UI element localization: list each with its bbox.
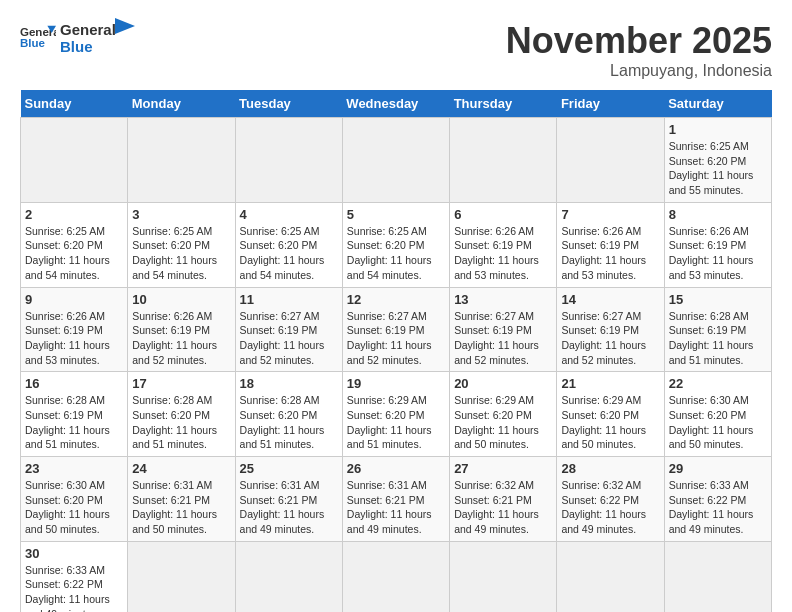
day-detail: Sunrise: 6:30 AM Sunset: 6:20 PM Dayligh… xyxy=(25,478,123,537)
calendar-cell: 24Sunrise: 6:31 AM Sunset: 6:21 PM Dayli… xyxy=(128,457,235,542)
day-detail: Sunrise: 6:26 AM Sunset: 6:19 PM Dayligh… xyxy=(454,224,552,283)
calendar-table: SundayMondayTuesdayWednesdayThursdayFrid… xyxy=(20,90,772,612)
day-number: 4 xyxy=(240,207,338,222)
calendar-cell: 26Sunrise: 6:31 AM Sunset: 6:21 PM Dayli… xyxy=(342,457,449,542)
day-number: 19 xyxy=(347,376,445,391)
calendar-cell xyxy=(450,541,557,612)
day-number: 12 xyxy=(347,292,445,307)
day-detail: Sunrise: 6:26 AM Sunset: 6:19 PM Dayligh… xyxy=(561,224,659,283)
page-header: General Blue General Blue November 2025 … xyxy=(20,20,772,80)
day-number: 11 xyxy=(240,292,338,307)
calendar-cell: 20Sunrise: 6:29 AM Sunset: 6:20 PM Dayli… xyxy=(450,372,557,457)
day-detail: Sunrise: 6:31 AM Sunset: 6:21 PM Dayligh… xyxy=(240,478,338,537)
calendar-cell xyxy=(128,541,235,612)
calendar-cell: 7Sunrise: 6:26 AM Sunset: 6:19 PM Daylig… xyxy=(557,202,664,287)
calendar-cell xyxy=(235,541,342,612)
svg-text:Blue: Blue xyxy=(20,37,46,49)
day-detail: Sunrise: 6:28 AM Sunset: 6:19 PM Dayligh… xyxy=(669,309,767,368)
day-detail: Sunrise: 6:29 AM Sunset: 6:20 PM Dayligh… xyxy=(347,393,445,452)
day-header-saturday: Saturday xyxy=(664,90,771,118)
day-detail: Sunrise: 6:33 AM Sunset: 6:22 PM Dayligh… xyxy=(669,478,767,537)
day-number: 7 xyxy=(561,207,659,222)
calendar-cell: 13Sunrise: 6:27 AM Sunset: 6:19 PM Dayli… xyxy=(450,287,557,372)
day-detail: Sunrise: 6:29 AM Sunset: 6:20 PM Dayligh… xyxy=(454,393,552,452)
day-detail: Sunrise: 6:30 AM Sunset: 6:20 PM Dayligh… xyxy=(669,393,767,452)
calendar-cell: 25Sunrise: 6:31 AM Sunset: 6:21 PM Dayli… xyxy=(235,457,342,542)
day-header-sunday: Sunday xyxy=(21,90,128,118)
logo-flag-icon xyxy=(115,18,139,48)
calendar-cell: 6Sunrise: 6:26 AM Sunset: 6:19 PM Daylig… xyxy=(450,202,557,287)
calendar-cell xyxy=(557,118,664,203)
day-detail: Sunrise: 6:28 AM Sunset: 6:19 PM Dayligh… xyxy=(25,393,123,452)
calendar-week-row: 16Sunrise: 6:28 AM Sunset: 6:19 PM Dayli… xyxy=(21,372,772,457)
day-detail: Sunrise: 6:29 AM Sunset: 6:20 PM Dayligh… xyxy=(561,393,659,452)
day-number: 27 xyxy=(454,461,552,476)
calendar-cell xyxy=(557,541,664,612)
day-detail: Sunrise: 6:25 AM Sunset: 6:20 PM Dayligh… xyxy=(669,139,767,198)
day-number: 18 xyxy=(240,376,338,391)
calendar-cell: 21Sunrise: 6:29 AM Sunset: 6:20 PM Dayli… xyxy=(557,372,664,457)
day-detail: Sunrise: 6:25 AM Sunset: 6:20 PM Dayligh… xyxy=(347,224,445,283)
calendar-week-row: 23Sunrise: 6:30 AM Sunset: 6:20 PM Dayli… xyxy=(21,457,772,542)
calendar-cell xyxy=(450,118,557,203)
day-number: 17 xyxy=(132,376,230,391)
calendar-cell: 22Sunrise: 6:30 AM Sunset: 6:20 PM Dayli… xyxy=(664,372,771,457)
calendar-cell: 30Sunrise: 6:33 AM Sunset: 6:22 PM Dayli… xyxy=(21,541,128,612)
calendar-cell: 28Sunrise: 6:32 AM Sunset: 6:22 PM Dayli… xyxy=(557,457,664,542)
day-detail: Sunrise: 6:26 AM Sunset: 6:19 PM Dayligh… xyxy=(25,309,123,368)
day-detail: Sunrise: 6:27 AM Sunset: 6:19 PM Dayligh… xyxy=(454,309,552,368)
day-number: 3 xyxy=(132,207,230,222)
day-number: 21 xyxy=(561,376,659,391)
calendar-cell: 8Sunrise: 6:26 AM Sunset: 6:19 PM Daylig… xyxy=(664,202,771,287)
day-header-tuesday: Tuesday xyxy=(235,90,342,118)
day-detail: Sunrise: 6:27 AM Sunset: 6:19 PM Dayligh… xyxy=(347,309,445,368)
day-detail: Sunrise: 6:28 AM Sunset: 6:20 PM Dayligh… xyxy=(132,393,230,452)
logo-icon: General Blue xyxy=(20,20,56,56)
calendar-cell: 18Sunrise: 6:28 AM Sunset: 6:20 PM Dayli… xyxy=(235,372,342,457)
day-number: 2 xyxy=(25,207,123,222)
day-number: 16 xyxy=(25,376,123,391)
day-header-thursday: Thursday xyxy=(450,90,557,118)
day-number: 20 xyxy=(454,376,552,391)
day-number: 22 xyxy=(669,376,767,391)
day-number: 8 xyxy=(669,207,767,222)
location-subtitle: Lampuyang, Indonesia xyxy=(506,62,772,80)
day-number: 24 xyxy=(132,461,230,476)
day-detail: Sunrise: 6:31 AM Sunset: 6:21 PM Dayligh… xyxy=(347,478,445,537)
day-number: 15 xyxy=(669,292,767,307)
calendar-cell: 10Sunrise: 6:26 AM Sunset: 6:19 PM Dayli… xyxy=(128,287,235,372)
day-number: 30 xyxy=(25,546,123,561)
calendar-cell: 12Sunrise: 6:27 AM Sunset: 6:19 PM Dayli… xyxy=(342,287,449,372)
calendar-cell xyxy=(342,118,449,203)
day-detail: Sunrise: 6:26 AM Sunset: 6:19 PM Dayligh… xyxy=(669,224,767,283)
day-number: 5 xyxy=(347,207,445,222)
day-detail: Sunrise: 6:32 AM Sunset: 6:21 PM Dayligh… xyxy=(454,478,552,537)
calendar-cell xyxy=(128,118,235,203)
day-detail: Sunrise: 6:25 AM Sunset: 6:20 PM Dayligh… xyxy=(132,224,230,283)
calendar-cell: 1Sunrise: 6:25 AM Sunset: 6:20 PM Daylig… xyxy=(664,118,771,203)
day-header-monday: Monday xyxy=(128,90,235,118)
day-number: 13 xyxy=(454,292,552,307)
calendar-cell: 11Sunrise: 6:27 AM Sunset: 6:19 PM Dayli… xyxy=(235,287,342,372)
calendar-cell xyxy=(21,118,128,203)
day-detail: Sunrise: 6:32 AM Sunset: 6:22 PM Dayligh… xyxy=(561,478,659,537)
day-number: 26 xyxy=(347,461,445,476)
day-number: 10 xyxy=(132,292,230,307)
day-number: 28 xyxy=(561,461,659,476)
calendar-cell xyxy=(342,541,449,612)
day-number: 29 xyxy=(669,461,767,476)
month-title: November 2025 xyxy=(506,20,772,62)
day-detail: Sunrise: 6:33 AM Sunset: 6:22 PM Dayligh… xyxy=(25,563,123,612)
day-number: 9 xyxy=(25,292,123,307)
calendar-week-row: 2Sunrise: 6:25 AM Sunset: 6:20 PM Daylig… xyxy=(21,202,772,287)
day-number: 1 xyxy=(669,122,767,137)
calendar-cell: 3Sunrise: 6:25 AM Sunset: 6:20 PM Daylig… xyxy=(128,202,235,287)
calendar-cell xyxy=(235,118,342,203)
day-detail: Sunrise: 6:28 AM Sunset: 6:20 PM Dayligh… xyxy=(240,393,338,452)
day-header-friday: Friday xyxy=(557,90,664,118)
calendar-cell: 19Sunrise: 6:29 AM Sunset: 6:20 PM Dayli… xyxy=(342,372,449,457)
calendar-cell: 29Sunrise: 6:33 AM Sunset: 6:22 PM Dayli… xyxy=(664,457,771,542)
calendar-week-row: 1Sunrise: 6:25 AM Sunset: 6:20 PM Daylig… xyxy=(21,118,772,203)
day-detail: Sunrise: 6:25 AM Sunset: 6:20 PM Dayligh… xyxy=(25,224,123,283)
day-detail: Sunrise: 6:27 AM Sunset: 6:19 PM Dayligh… xyxy=(561,309,659,368)
